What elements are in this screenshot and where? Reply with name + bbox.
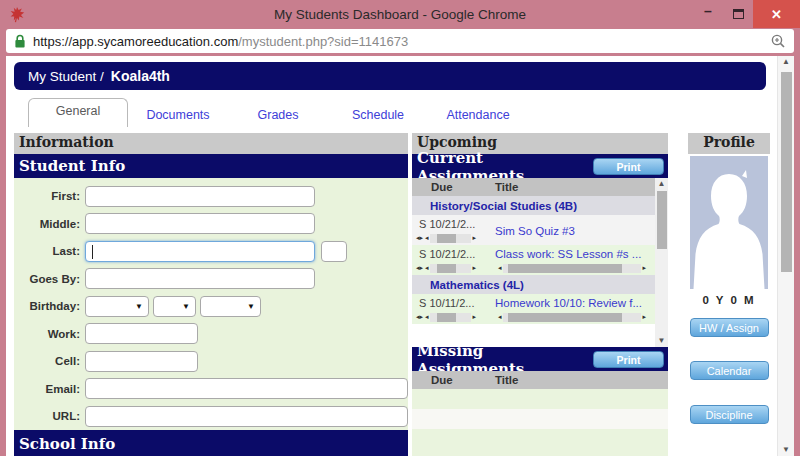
- breadcrumb-prefix: My Student /: [28, 69, 104, 84]
- url-label: URL:: [14, 410, 80, 422]
- window-title: My Students Dashboard - Google Chrome: [0, 7, 800, 22]
- page-content: My Student / Koala4th General Documents …: [6, 56, 794, 456]
- form-row: Birthday: ▼ ▼ ▼: [14, 293, 408, 321]
- vertical-scrollbar[interactable]: ▲ ▼: [655, 178, 668, 347]
- scroll-down-arrow[interactable]: ▼: [778, 444, 794, 456]
- url-host: https://app.sycamoreeducation.com: [33, 34, 238, 49]
- profile-header: Profile: [688, 133, 770, 154]
- chevron-down-icon: ▼: [182, 302, 190, 311]
- scroll-up-arrow[interactable]: ▲: [778, 56, 794, 68]
- horizontal-scrollbar[interactable]: ◂▸: [497, 263, 647, 273]
- title-bar: My Students Dashboard - Google Chrome – …: [0, 0, 800, 28]
- work-phone-label: Work:: [14, 328, 80, 340]
- due-date: 10/21/2...: [429, 218, 475, 230]
- maximize-button[interactable]: [723, 0, 753, 28]
- hw-assign-button[interactable]: HW / Assign: [690, 318, 769, 337]
- tab-grades[interactable]: Grades: [228, 103, 328, 127]
- first-name-field[interactable]: [85, 186, 315, 207]
- empty-row: [412, 409, 668, 429]
- assignment-link[interactable]: Sim So Quiz #3: [492, 225, 575, 237]
- goes-by-field[interactable]: [85, 268, 315, 289]
- discipline-button[interactable]: Discipline: [690, 405, 769, 424]
- tab-general[interactable]: General: [28, 98, 128, 127]
- goes-by-label: Goes By:: [14, 273, 80, 285]
- form-row: Cell:: [14, 348, 408, 376]
- list-column-headers: Due Title: [412, 371, 668, 389]
- horizontal-scrollbar[interactable]: ◂▸: [497, 312, 647, 322]
- text-caret: [92, 245, 93, 259]
- course-group-header: Mathematics (4L): [412, 275, 655, 294]
- suffix-field[interactable]: [321, 241, 347, 262]
- horizontal-scrollbar[interactable]: ◂▸◂▸: [415, 312, 477, 322]
- due-column-header: Due: [412, 374, 492, 386]
- birthday-label: Birthday:: [14, 300, 80, 312]
- status-flag: S: [419, 248, 426, 260]
- scrollbar-thumb[interactable]: [657, 191, 667, 249]
- tab-attendance[interactable]: Attendance: [428, 103, 528, 127]
- cell-phone-field[interactable]: [85, 351, 198, 372]
- form-row: Middle:: [14, 210, 408, 238]
- assignment-row: S 10/21/2... ◂▸◂▸ Sim So Quiz #3: [412, 215, 655, 245]
- tab-bar: General Documents Grades Schedule Attend…: [14, 98, 528, 127]
- assignment-link[interactable]: Class work: SS Lesson #s ...: [492, 248, 655, 260]
- school-info-header: School Info: [14, 430, 408, 456]
- student-name: Koala4th: [111, 68, 170, 84]
- scrollbar-thumb[interactable]: [781, 72, 792, 272]
- page-vertical-scrollbar[interactable]: ▲ ▼: [777, 56, 794, 456]
- last-name-label: Last:: [14, 245, 80, 257]
- list-column-headers: Due Title: [412, 178, 655, 196]
- address-bar[interactable]: https://app.sycamoreeducation.com/mystud…: [6, 29, 794, 53]
- current-assignments-list: Due Title History/Social Studies (4B) S …: [412, 178, 668, 347]
- address-bar-row: https://app.sycamoreeducation.com/mystud…: [0, 28, 800, 56]
- middle-name-field[interactable]: [85, 213, 315, 234]
- cell-phone-label: Cell:: [14, 355, 80, 367]
- print-current-button[interactable]: Print: [593, 158, 664, 175]
- birthday-month-select[interactable]: ▼: [85, 296, 149, 317]
- student-age: 0 Y 0 M: [702, 294, 755, 306]
- missing-assignments-header: Missing Assignments Print: [412, 347, 668, 371]
- browser-window: My Students Dashboard - Google Chrome – …: [0, 0, 800, 456]
- email-field[interactable]: [85, 378, 408, 399]
- form-row: Work:: [14, 320, 408, 348]
- padlock-icon: [14, 34, 26, 49]
- profile-panel: Profile 0 Y 0 M HW / Assign Calendar Dis…: [688, 133, 770, 456]
- close-icon: ✕: [771, 7, 782, 22]
- due-date: 10/21/2...: [429, 248, 475, 260]
- birthday-day-select[interactable]: ▼: [153, 296, 196, 317]
- close-button[interactable]: ✕: [753, 0, 800, 28]
- work-phone-field[interactable]: [85, 323, 198, 344]
- form-row: Goes By:: [14, 265, 408, 293]
- tab-schedule[interactable]: Schedule: [328, 103, 428, 127]
- horizontal-scrollbar[interactable]: ◂▸◂▸: [415, 263, 477, 273]
- email-label: Email:: [14, 383, 80, 395]
- calendar-button[interactable]: Calendar: [690, 361, 769, 380]
- first-name-label: First:: [14, 190, 80, 202]
- status-flag: S: [419, 297, 426, 309]
- magnifier-plus-icon[interactable]: [770, 33, 786, 49]
- course-group-header: History/Social Studies (4B): [412, 196, 655, 215]
- upcoming-panel: Upcoming Current Assignments Print Due T…: [412, 133, 668, 456]
- assignment-row: S 10/11/2... ◂▸◂▸ Homework 10/10: Review…: [412, 294, 655, 324]
- scroll-up-arrow[interactable]: ▲: [655, 178, 668, 190]
- student-info-form: First: Middle: Last: Goes By: Bir: [14, 178, 408, 431]
- assignment-link[interactable]: Homework 10/10: Review f...: [492, 297, 655, 309]
- tab-documents[interactable]: Documents: [128, 103, 228, 127]
- minimize-button[interactable]: –: [693, 0, 723, 28]
- form-row: Email:: [14, 375, 408, 403]
- due-date: 10/11/2...: [429, 297, 474, 309]
- form-row: URL:: [14, 403, 408, 431]
- url-field[interactable]: [85, 406, 408, 427]
- last-name-field[interactable]: [85, 241, 315, 262]
- birthday-year-select[interactable]: ▼: [200, 296, 261, 317]
- chevron-down-icon: ▼: [247, 302, 255, 311]
- scroll-down-arrow[interactable]: ▼: [655, 335, 668, 347]
- empty-row: [412, 449, 668, 456]
- due-column-header: Due: [412, 181, 492, 193]
- form-row: First:: [14, 183, 408, 211]
- url-path: /mystudent.php?sid=1141673: [238, 34, 408, 49]
- current-assignments-header: Current Assignments Print: [412, 154, 668, 178]
- maximize-icon: [733, 9, 744, 19]
- print-missing-button[interactable]: Print: [593, 351, 664, 368]
- horizontal-scrollbar[interactable]: ◂▸◂▸: [415, 233, 477, 243]
- empty-row: [412, 429, 668, 449]
